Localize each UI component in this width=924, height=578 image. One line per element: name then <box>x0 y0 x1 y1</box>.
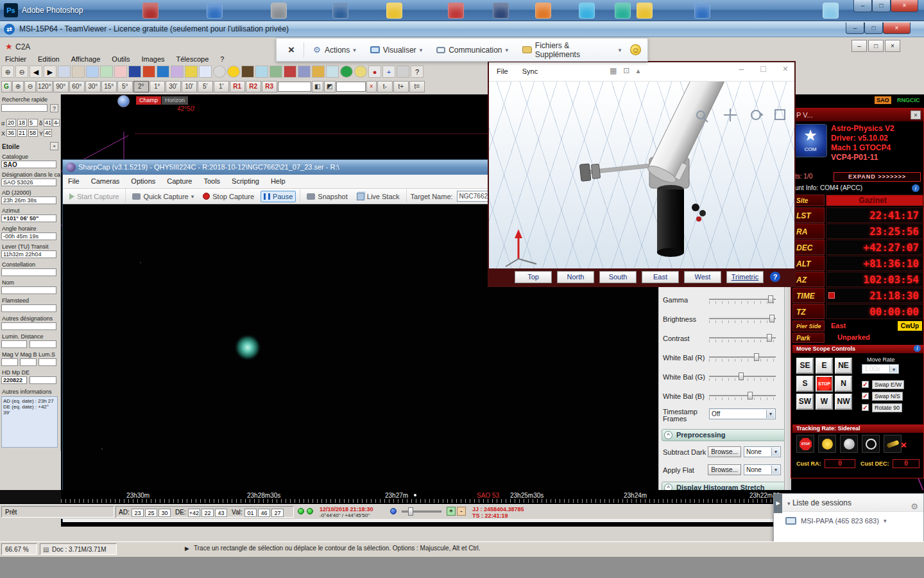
hd-value[interactable]: 220822 <box>1 376 27 384</box>
fit-view-icon[interactable]: ⊡ <box>623 66 629 75</box>
session-entry[interactable]: MSI-PAPA (465 823 683) ▾ <box>785 517 886 525</box>
site-value[interactable]: Gazinet <box>826 195 923 206</box>
app-icon[interactable] <box>615 3 631 19</box>
app-icon[interactable] <box>207 3 223 19</box>
deepsky-icon[interactable] <box>171 66 184 78</box>
c2a-menu-outils[interactable]: Outils <box>112 55 130 63</box>
view-east-button[interactable]: East <box>642 271 679 283</box>
s3-menu-file[interactable]: File <box>497 67 508 75</box>
green-globe-icon[interactable] <box>340 66 353 78</box>
move-s-button[interactable]: S <box>796 376 814 392</box>
view-top-button[interactable]: Top <box>515 271 552 283</box>
subtract-dark-select[interactable]: None ▾ <box>744 446 781 457</box>
time-slider-thumb[interactable] <box>408 507 413 516</box>
c2a-menu-edition[interactable]: Edition <box>38 55 60 63</box>
scope-3d-titlebar[interactable]: File Sync ▦ ⊡ ▴ – □ × <box>489 62 794 82</box>
app-icon[interactable] <box>823 3 839 19</box>
mag-v-value[interactable] <box>1 358 18 366</box>
sessions-collapse-tab[interactable]: ▶ <box>774 494 782 513</box>
view-north-button[interactable]: North <box>557 271 594 283</box>
tv-maximize-icon[interactable]: □ <box>864 22 883 34</box>
app-icon[interactable] <box>535 3 551 19</box>
print-icon[interactable] <box>58 66 71 78</box>
catalog-badge-sao[interactable]: SAO <box>875 96 891 104</box>
rotate-90-label[interactable]: Rotate 90 <box>872 403 902 412</box>
c2a-close-icon[interactable]: × <box>885 40 900 52</box>
sessions-header[interactable]: ▾ Liste de sessions ⚙ <box>782 494 923 512</box>
star-map-icon[interactable] <box>128 66 141 78</box>
info-icon[interactable]: i <box>914 345 921 352</box>
fov-button[interactable]: 30' <box>166 81 181 92</box>
dots-icon[interactable] <box>199 66 212 78</box>
rotate-90-checkbox[interactable]: ✓ <box>862 404 869 411</box>
prev-icon[interactable]: ◀ <box>30 66 42 78</box>
angle-horaire-value[interactable]: -00h 45m 19s <box>1 232 56 240</box>
s3-close-icon[interactable]: × <box>783 64 788 74</box>
view-west-button[interactable]: West <box>684 271 721 283</box>
scope-icon[interactable] <box>298 66 311 78</box>
app-icon[interactable] <box>386 3 402 19</box>
apcc-titlebar[interactable]: P V... <box>791 109 923 121</box>
sc-menu-file[interactable]: File <box>68 177 80 188</box>
fov-button[interactable]: 5° <box>117 81 133 92</box>
planet-icon[interactable] <box>142 66 155 78</box>
solar-rate-button[interactable] <box>862 435 880 453</box>
dec-m-input[interactable] <box>53 119 60 127</box>
mount-icon[interactable] <box>284 66 296 78</box>
apply-flat-select[interactable]: None ▾ <box>744 464 781 475</box>
c2a-menu-telescope[interactable]: Télescope <box>176 55 209 63</box>
autres-designations-value[interactable] <box>1 322 56 330</box>
zoom-box[interactable]: 66.67 % <box>1 543 37 555</box>
move-stop-button[interactable]: STOP <box>816 376 833 392</box>
apcc-close-icon[interactable]: × <box>911 110 921 119</box>
sessions-gear-icon[interactable]: ⚙ <box>911 498 918 516</box>
custom-rate-button[interactable] <box>884 435 902 453</box>
y1-input[interactable] <box>44 129 52 137</box>
doc-size-box[interactable]: Doc : 3.71M/3.71M ▤ <box>40 543 117 555</box>
move-se-button[interactable]: SE <box>796 358 814 374</box>
sun-icon[interactable] <box>227 66 240 78</box>
tracking-rate-header[interactable]: Tracking Rate: Sidereal <box>792 425 923 433</box>
sc-menu-options[interactable]: Options <box>131 177 155 188</box>
time-icon[interactable] <box>255 66 268 78</box>
help-toolbar-icon[interactable]: ? <box>411 66 424 78</box>
c2a-coord-input[interactable] <box>278 82 311 92</box>
photoshop-titlebar[interactable]: Ps Adobe Photoshop – □ × <box>0 0 924 21</box>
time-now-button[interactable]: t= <box>409 81 425 92</box>
s3-maximize-icon[interactable]: □ <box>760 64 766 74</box>
timestamp-frames-select[interactable]: Off ▾ <box>709 408 776 419</box>
catalogue-value[interactable]: SAO <box>1 161 56 168</box>
view-trimetric-button[interactable]: Trimetric <box>726 271 764 283</box>
r2-button[interactable]: R2 <box>246 81 261 92</box>
slider-thumb[interactable] <box>769 315 774 322</box>
grid-view-icon[interactable]: ▦ <box>610 66 617 75</box>
swap-ns-checkbox[interactable]: ✓ <box>862 392 869 399</box>
apply-flat-browse-button[interactable]: Browse... <box>708 464 741 475</box>
ps-close-icon[interactable]: × <box>891 0 918 12</box>
lunar-rate-button[interactable] <box>840 435 858 453</box>
tab-champ[interactable]: Champ <box>136 96 161 105</box>
search-input[interactable] <box>1 104 47 112</box>
c2a-maximize-icon[interactable]: □ <box>868 40 884 52</box>
ps-minimize-icon[interactable]: – <box>853 0 872 12</box>
ra-s-input[interactable] <box>28 119 38 127</box>
time-minus-button[interactable]: - <box>457 507 466 516</box>
eclipse-icon[interactable] <box>241 66 254 78</box>
r1-button[interactable]: R1 <box>230 81 245 92</box>
c2a-minimize-icon[interactable]: – <box>851 40 867 52</box>
designation-value[interactable]: SAO 53026 <box>1 179 56 186</box>
fov-button[interactable]: 1' <box>214 81 229 92</box>
c2a-field-input[interactable] <box>336 82 366 92</box>
flip-vertical-icon[interactable]: ◩ <box>324 81 336 92</box>
mag-b-value[interactable] <box>20 358 37 366</box>
settings-icon[interactable] <box>397 66 409 78</box>
app-icon[interactable] <box>332 3 348 19</box>
scope-3d-viewport[interactable] <box>489 82 794 268</box>
ra-m-input[interactable] <box>17 119 27 127</box>
snapshot-button[interactable]: Snapshot <box>304 191 350 202</box>
lumin-value[interactable] <box>1 340 27 348</box>
feedback-smiley-icon[interactable]: ☺ <box>630 44 641 55</box>
g-button[interactable]: G <box>1 81 12 92</box>
globe-icon[interactable] <box>157 66 169 78</box>
move-n-button[interactable]: N <box>835 376 852 392</box>
